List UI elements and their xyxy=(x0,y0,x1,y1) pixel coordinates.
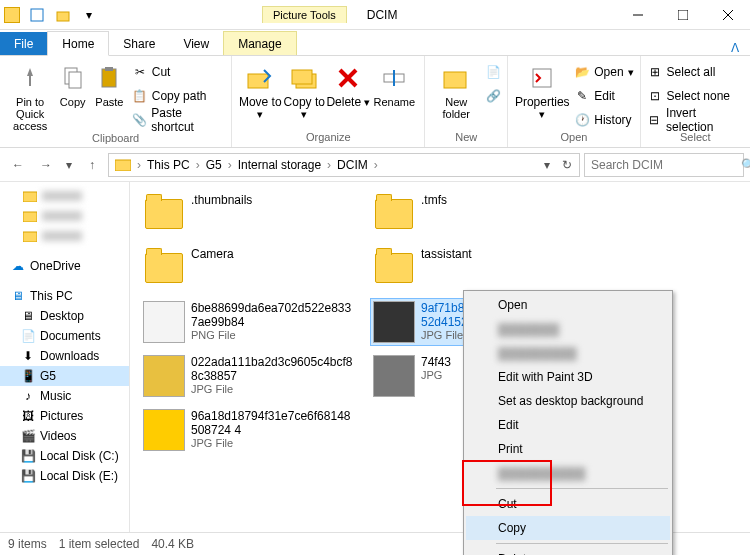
music-icon: ♪ xyxy=(20,388,36,404)
tab-view[interactable]: View xyxy=(169,32,223,55)
nav-documents[interactable]: 📄Documents xyxy=(0,326,129,346)
up-button[interactable]: ↑ xyxy=(80,153,104,177)
cm-cut[interactable]: Cut xyxy=(466,492,670,516)
select-none-button[interactable]: ⊡Select none xyxy=(647,86,744,106)
paste-shortcut-button[interactable]: 📎Paste shortcut xyxy=(132,110,225,130)
qat-newfolder[interactable] xyxy=(52,4,74,26)
move-to-button[interactable]: Move to ▾ xyxy=(238,58,282,120)
cm-blurred-1[interactable]: ▓▓▓▓▓▓▓ xyxy=(466,317,670,341)
file-item[interactable]: 96a18d18794f31e7ce6f68148508724 4JPG Fil… xyxy=(140,406,360,454)
status-size: 40.4 KB xyxy=(151,537,194,551)
rename-button[interactable]: Rename xyxy=(370,58,418,108)
crumb-thispc[interactable]: This PC xyxy=(143,158,194,172)
copypath-icon: 📋 xyxy=(132,88,148,104)
ribbon-group-new: New folder 📄 🔗 New xyxy=(425,56,508,147)
folder-item[interactable]: tassistant xyxy=(370,244,590,292)
folder-item[interactable]: Camera xyxy=(140,244,360,292)
open-button[interactable]: 📂Open ▾ xyxy=(574,62,633,82)
qat-dropdown[interactable]: ▾ xyxy=(78,4,100,26)
nav-downloads[interactable]: ⬇Downloads xyxy=(0,346,129,366)
cm-print[interactable]: Print xyxy=(466,437,670,461)
newfolder-icon xyxy=(440,62,472,94)
nav-localdisk-e[interactable]: 💾Local Disk (E:) xyxy=(0,466,129,486)
qat-properties[interactable] xyxy=(26,4,48,26)
back-button[interactable]: ← xyxy=(6,153,30,177)
new-item-button[interactable]: 📄 xyxy=(485,62,501,82)
refresh-button[interactable]: ↻ xyxy=(557,153,577,177)
cm-blurred-2[interactable]: ▓▓▓▓▓▓▓▓▓ xyxy=(466,341,670,365)
maximize-button[interactable] xyxy=(660,0,705,30)
svg-rect-0 xyxy=(31,9,43,21)
window-title: DCIM xyxy=(367,8,398,22)
new-folder-button[interactable]: New folder xyxy=(431,58,481,120)
folder-icon xyxy=(375,199,413,229)
cm-edit-paint3d[interactable]: Edit with Paint 3D xyxy=(466,365,670,389)
file-item[interactable]: 6be88699da6ea702d522e8337ae99b84PNG File xyxy=(140,298,360,346)
nav-onedrive[interactable]: ☁OneDrive xyxy=(0,256,129,276)
status-selected: 1 item selected xyxy=(59,537,140,551)
ribbon-collapse[interactable]: ᐱ xyxy=(720,41,750,55)
svg-rect-8 xyxy=(102,69,116,87)
folder-item[interactable]: .thumbnails xyxy=(140,190,360,238)
copy-path-button[interactable]: 📋Copy path xyxy=(132,86,225,106)
address-bar[interactable]: › This PC› G5› Internal storage› DCIM› ▾… xyxy=(108,153,580,177)
tab-manage[interactable]: Manage xyxy=(223,31,296,55)
crumb-dcim[interactable]: DCIM xyxy=(333,158,372,172)
nav-music[interactable]: ♪Music xyxy=(0,386,129,406)
title-bar: ▾ Picture Tools DCIM xyxy=(0,0,750,30)
image-thumbnail xyxy=(373,355,415,397)
close-button[interactable] xyxy=(705,0,750,30)
app-icon xyxy=(4,7,20,23)
image-thumbnail xyxy=(373,301,415,343)
file-item[interactable]: 022ada111ba2d3c9605c4bcf88c38857JPG File xyxy=(140,352,360,400)
cm-delete[interactable]: Delete xyxy=(466,547,670,555)
cut-button[interactable]: ✂Cut xyxy=(132,62,225,82)
nav-localdisk-c[interactable]: 💾Local Disk (C:) xyxy=(0,446,129,466)
tab-share[interactable]: Share xyxy=(109,32,169,55)
nav-desktop[interactable]: 🖥Desktop xyxy=(0,306,129,326)
copy-to-button[interactable]: Copy to ▾ xyxy=(282,58,326,120)
delete-button[interactable]: Delete ▾ xyxy=(326,58,370,108)
open-icon: 📂 xyxy=(574,64,590,80)
crumb-internal[interactable]: Internal storage xyxy=(234,158,325,172)
address-dropdown[interactable]: ▾ xyxy=(537,153,557,177)
search-box[interactable]: 🔍 xyxy=(584,153,744,177)
history-button[interactable]: 🕐History xyxy=(574,110,633,130)
disk-icon: 💾 xyxy=(20,468,36,484)
recent-dropdown[interactable]: ▾ xyxy=(62,153,76,177)
folder-item[interactable]: .tmfs xyxy=(370,190,590,238)
navigation-bar: ← → ▾ ↑ › This PC› G5› Internal storage›… xyxy=(0,148,750,182)
paste-button[interactable]: Paste xyxy=(91,58,128,108)
tab-file[interactable]: File xyxy=(0,32,47,55)
search-input[interactable] xyxy=(591,158,741,172)
nav-quick-folder2[interactable] xyxy=(0,206,129,226)
nav-pictures[interactable]: 🖼Pictures xyxy=(0,406,129,426)
pin-quick-access-button[interactable]: Pin to Quick access xyxy=(6,58,54,132)
forward-button[interactable]: → xyxy=(34,153,58,177)
crumb-g5[interactable]: G5 xyxy=(202,158,226,172)
select-all-button[interactable]: ⊞Select all xyxy=(647,62,744,82)
edit-button[interactable]: ✎Edit xyxy=(574,86,633,106)
cm-open[interactable]: Open xyxy=(466,293,670,317)
properties-button[interactable]: Properties ▾ xyxy=(514,58,570,120)
nav-quick-folder3[interactable] xyxy=(0,226,129,246)
nav-g5[interactable]: 📱G5 xyxy=(0,366,129,386)
cm-copy[interactable]: Copy xyxy=(466,516,670,540)
easy-access-button[interactable]: 🔗 xyxy=(485,86,501,106)
minimize-button[interactable] xyxy=(615,0,660,30)
tab-home[interactable]: Home xyxy=(47,31,109,56)
ribbon-tabs: File Home Share View Manage ᐱ xyxy=(0,30,750,56)
cm-edit[interactable]: Edit xyxy=(466,413,670,437)
image-thumbnail xyxy=(143,355,185,397)
nav-thispc[interactable]: 🖥This PC xyxy=(0,286,129,306)
desktop-icon: 🖥 xyxy=(20,308,36,324)
ribbon-group-clipboard: Pin to Quick access Copy Paste ✂Cut 📋Cop… xyxy=(0,56,232,147)
cm-set-background[interactable]: Set as desktop background xyxy=(466,389,670,413)
nav-videos[interactable]: 🎬Videos xyxy=(0,426,129,446)
nav-quick-folder[interactable] xyxy=(0,186,129,206)
ribbon: Pin to Quick access Copy Paste ✂Cut 📋Cop… xyxy=(0,56,750,148)
copy-button[interactable]: Copy xyxy=(54,58,91,108)
cm-blurred-3[interactable]: ▓▓▓▓▓▓▓▓▓▓ xyxy=(466,461,670,485)
svg-rect-19 xyxy=(115,160,131,171)
invert-selection-button[interactable]: ⊟Invert selection xyxy=(647,110,744,130)
